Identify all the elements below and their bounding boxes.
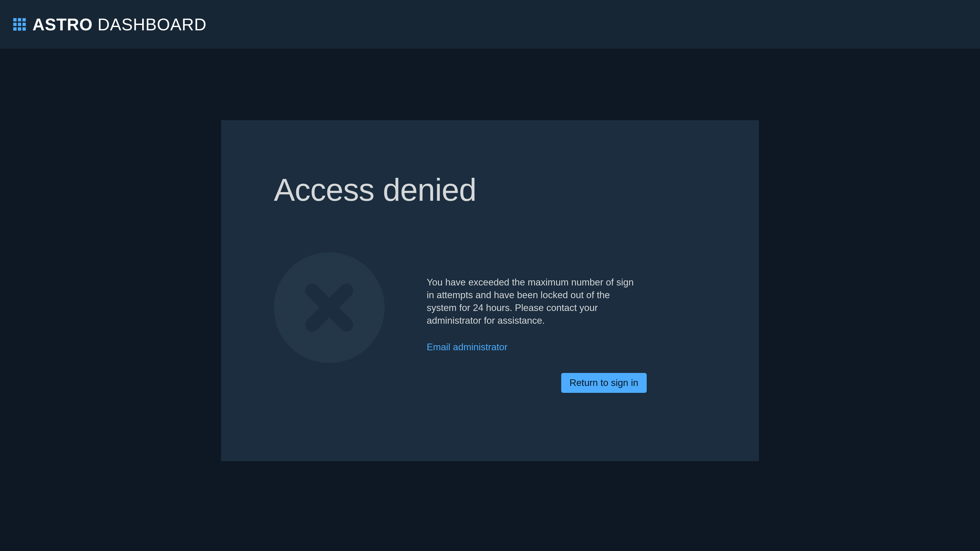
apps-grid-dot xyxy=(18,27,21,30)
apps-grid-dot xyxy=(22,23,26,26)
access-denied-card: Access denied You have exceeded the maxi… xyxy=(221,121,759,461)
content-area: Access denied You have exceeded the maxi… xyxy=(0,49,980,461)
card-title: Access denied xyxy=(274,171,708,208)
app-title-bold: ASTRO xyxy=(32,15,93,34)
app-header: ASTRO DASHBOARD xyxy=(0,0,980,49)
apps-grid-dot xyxy=(13,27,17,30)
apps-grid-dot xyxy=(18,23,21,26)
apps-grid-dot xyxy=(13,18,17,21)
error-icon-wrapper xyxy=(274,252,385,363)
card-content: You have exceeded the maximum number of … xyxy=(427,252,708,393)
apps-grid-dot xyxy=(13,23,17,26)
error-circle-icon xyxy=(274,252,385,363)
app-title-light: DASHBOARD xyxy=(93,15,207,34)
apps-grid-dot xyxy=(22,27,26,30)
apps-grid-dot xyxy=(18,18,21,21)
app-title: ASTRO DASHBOARD xyxy=(32,15,207,34)
return-to-signin-button[interactable]: Return to sign in xyxy=(561,373,647,393)
x-close-icon xyxy=(301,279,358,336)
apps-grid-icon[interactable] xyxy=(13,18,26,30)
email-administrator-link[interactable]: Email administrator xyxy=(427,342,508,353)
button-row: Return to sign in xyxy=(427,373,647,393)
apps-grid-dot xyxy=(22,18,26,21)
lockout-message: You have exceeded the maximum number of … xyxy=(427,276,636,327)
card-body: You have exceeded the maximum number of … xyxy=(274,252,708,393)
